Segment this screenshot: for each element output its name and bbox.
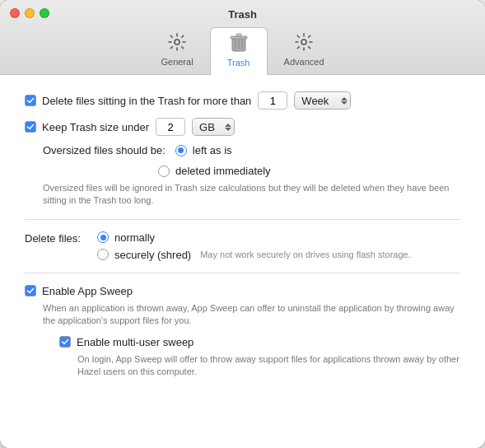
tab-trash[interactable]: Trash [210,27,268,75]
tab-advanced-label: Advanced [284,57,324,67]
app-sweep-info: When an application is thrown away, App … [25,302,460,328]
delete-files-section-row: Delete files: normally securely (shred) … [25,231,460,261]
content-area: Delete files sitting in the Trash for mo… [0,75,485,448]
oversized-info-text: Oversized files will be ignored in Trash… [43,182,460,208]
delete-files-number-input[interactable] [258,91,287,110]
oversized-label-row: Oversized files should be: left as is [43,144,460,156]
svg-rect-3 [236,34,241,36]
tab-general-label: General [161,57,193,67]
oversized-label-text: Oversized files should be: [43,144,166,156]
delete-files-checkbox-label[interactable]: Delete files sitting in the Trash for mo… [25,95,251,107]
keep-trash-unit-select[interactable]: GB MB [192,118,235,136]
delete-normally-radio[interactable] [97,231,109,243]
svg-rect-2 [231,36,247,39]
delete-securely-row[interactable]: securely (shred) May not work securely o… [97,249,411,261]
multi-user-info: On login, App Sweep will offer to throw … [59,353,460,379]
tab-advanced[interactable]: Advanced [271,27,338,74]
advanced-icon [294,32,314,55]
multi-user-checkbox-label[interactable]: Enable multi-user sweep [59,336,460,348]
tab-trash-label: Trash [227,58,250,68]
multi-user-checkbox[interactable] [59,336,71,348]
delete-files-section-label: Delete files: [25,232,91,245]
keep-trash-checkbox-label[interactable]: Keep Trash size under [25,121,149,133]
multi-user-label: Enable multi-user sweep [77,336,194,348]
tab-bar: General Trash [147,27,337,74]
window-title: Trash [228,8,257,21]
delete-normally-row[interactable]: normally [97,231,411,244]
securely-note: May not work securely on drives using fl… [200,250,411,259]
divider-2 [25,273,460,273]
oversized-section: Oversized files should be: left as is de… [25,144,460,208]
keep-trash-unit-wrapper: GB MB [192,118,235,136]
app-sweep-section: Enable App Sweep When an application is … [25,285,460,379]
oversized-deleted-radio[interactable] [158,166,170,177]
delete-files-checkbox[interactable] [25,95,36,106]
svg-point-0 [175,40,180,44]
delete-files-unit-select[interactable]: Week Day Month [294,91,351,110]
oversized-left-radio-label[interactable]: left as is [175,144,232,156]
keep-trash-row: Keep Trash size under GB MB [25,118,460,136]
delete-securely-radio[interactable] [97,249,109,260]
delete-files-row: Delete files sitting in the Trash for mo… [25,91,460,110]
divider-1 [25,219,460,220]
oversized-left-radio[interactable] [175,145,187,156]
maximize-button[interactable] [40,8,49,18]
tab-general[interactable]: General [147,27,206,74]
oversized-deleted-radio-label[interactable]: deleted immediately [43,165,460,177]
delete-files-unit-wrapper: Week Day Month [294,91,351,110]
trash-icon [230,33,248,56]
app-sweep-checkbox-label[interactable]: Enable App Sweep [25,285,460,297]
app-sweep-label: Enable App Sweep [42,285,133,297]
delete-files-text: Delete files sitting in the Trash for mo… [42,95,251,107]
keep-trash-number-input[interactable] [156,118,185,136]
minimize-button[interactable] [25,8,35,18]
delete-normally-label: normally [114,231,155,244]
app-window: Trash General [0,0,485,448]
general-icon [167,32,187,55]
keep-trash-text: Keep Trash size under [42,121,149,133]
delete-securely-label: securely (shred) [114,249,191,261]
title-bar: Trash General [0,0,485,75]
traffic-lights [10,8,49,18]
close-button[interactable] [10,8,20,18]
oversized-left-text: left as is [193,144,232,156]
svg-point-7 [301,40,306,44]
oversized-deleted-text: deleted immediately [175,165,271,177]
delete-mode-group: normally securely (shred) May not work s… [97,231,411,261]
app-sweep-checkbox[interactable] [25,285,36,296]
keep-trash-checkbox[interactable] [25,121,36,133]
multi-user-section: Enable multi-user sweep On login, App Sw… [25,336,460,379]
